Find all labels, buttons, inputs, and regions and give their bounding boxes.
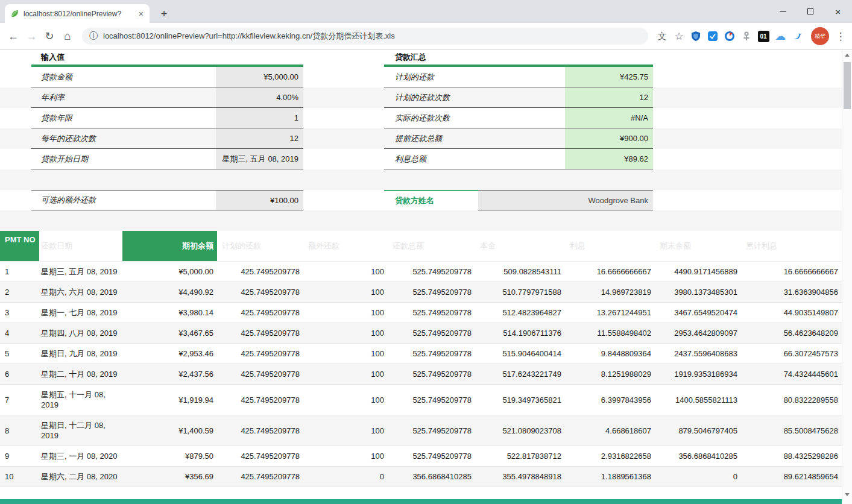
input-table: 贷款金额 ¥5,000.00 年利率 4.00% 贷款年限 1 每年的还款次数 …: [31, 67, 303, 169]
browser-menu-icon[interactable]: ⋮: [834, 30, 847, 43]
column-header-scheduled-payment: 计划的还款: [217, 231, 303, 261]
column-header-ending-balance: 期末余额: [655, 231, 741, 261]
summary-table: 计划的还款 ¥425.75 计划的还款次数 12 实际的还款次数 #N/A 提前…: [384, 67, 653, 169]
forward-icon[interactable]: →: [23, 30, 40, 43]
table-cell: 8: [0, 426, 39, 435]
new-tab-button[interactable]: +: [156, 5, 172, 22]
table-cell: 7: [0, 395, 39, 405]
table-cell: 425.7495209778: [217, 267, 303, 276]
translate-icon[interactable]: 文: [654, 31, 670, 42]
minimize-button[interactable]: [769, 0, 797, 23]
table-cell: 星期六, 六月 08, 2019: [39, 282, 122, 302]
window-controls: ×: [769, 0, 852, 23]
table-row: 2星期六, 六月 08, 2019¥4,490.92425.7495209778…: [0, 282, 842, 303]
column-header-extra-payment: 额外还款: [303, 231, 388, 261]
scroll-down-button[interactable]: [842, 490, 852, 500]
table-cell: 100: [303, 349, 388, 358]
column-header-total-payment: 还款总额: [388, 231, 475, 261]
address-bar[interactable]: ⓘ localhost:8012/onlinePreview?url=http:…: [82, 28, 648, 45]
table-cell: 星期日, 十二月 08, 2019: [39, 415, 122, 446]
table-cell: 879.5046797405: [655, 426, 741, 435]
anchor-extension-icon[interactable]: [739, 30, 754, 42]
table-row: 3星期一, 七月 08, 2019¥3,980.14425.7495209778…: [0, 303, 842, 323]
extra-payment-label: 可选的额外还款: [31, 191, 216, 210]
table-cell: 星期三, 一月 08, 2020: [39, 446, 122, 466]
table-cell: 3980.1373485301: [655, 288, 741, 297]
row-stripe: [0, 169, 842, 190]
input-label: 每年的还款次数: [31, 128, 216, 148]
url-text: localhost:8012/onlinePreview?url=http://…: [103, 31, 395, 42]
table-cell: 425.7495209778: [217, 308, 303, 317]
input-row: 贷款金额 ¥5,000.00: [31, 67, 303, 87]
home-icon[interactable]: ⌂: [59, 30, 76, 43]
table-cell: 356.6868410285: [388, 472, 475, 481]
tab-title: localhost:8012/onlinePreview?: [24, 10, 133, 18]
summary-row: 实际的还款次数 #N/A: [384, 108, 653, 128]
page-info-icon[interactable]: ⓘ: [89, 31, 98, 42]
table-cell: 100: [303, 329, 388, 338]
summary-row: 计划的还款次数 12: [384, 87, 653, 108]
column-header-principal: 本金: [475, 231, 565, 261]
ring-extension-icon[interactable]: [722, 30, 737, 42]
table-cell: 509.0828543111: [475, 267, 565, 276]
table-cell: 515.9046400414: [475, 349, 565, 358]
input-row: 贷款开始日期 星期三, 五月 08, 2019: [31, 149, 303, 169]
input-value: ¥5,000.00: [216, 67, 303, 87]
summary-row: 提前还款总额 ¥900.00: [384, 128, 653, 149]
close-window-button[interactable]: ×: [824, 0, 852, 23]
table-cell: 425.7495209778: [217, 395, 303, 405]
cloud-glyph: ☁: [775, 31, 786, 42]
back-icon[interactable]: ←: [5, 30, 22, 43]
input-value: 4.00%: [216, 87, 303, 107]
summary-label: 实际的还款次数: [384, 108, 565, 128]
summary-label: 提前还款总额: [384, 128, 565, 148]
table-cell: 3467.6549520474: [655, 308, 741, 317]
scrollbar-thumb[interactable]: [844, 62, 851, 109]
table-cell: 4490.9171456889: [655, 267, 741, 276]
table-cell: ¥2,953.46: [122, 349, 217, 358]
table-cell: 525.7495209778: [388, 308, 475, 317]
table-cell: 66.3072457573: [741, 349, 842, 358]
table-cell: 星期一, 七月 08, 2019: [39, 303, 122, 323]
input-value: 1: [216, 108, 303, 128]
table-cell: 9.8448809364: [565, 349, 655, 358]
table-cell: 525.7495209778: [388, 288, 475, 297]
shield-extension-icon[interactable]: [688, 30, 704, 42]
maximize-button[interactable]: [797, 0, 824, 23]
lender-value: Woodgrove Bank: [478, 190, 653, 210]
table-cell: 13.2671244951: [565, 308, 655, 317]
bookmark-star-icon[interactable]: ☆: [671, 30, 687, 43]
bird-extension-icon[interactable]: [789, 30, 805, 42]
check-extension-icon[interactable]: [705, 30, 721, 42]
summary-value: 12: [565, 87, 653, 107]
refresh-icon[interactable]: ↻: [41, 30, 58, 43]
table-cell: 522.817838712: [475, 452, 565, 461]
table-cell: ¥3,980.14: [122, 308, 217, 317]
input-label: 贷款金额: [31, 67, 216, 87]
table-cell: ¥5,000.00: [122, 267, 217, 276]
cloud-extension-icon[interactable]: ☁: [772, 30, 788, 42]
table-cell: 31.6363904856: [741, 288, 842, 297]
table-cell: 6: [0, 370, 39, 379]
summary-value: ¥89.62: [565, 149, 653, 169]
table-cell: 56.4623648209: [741, 329, 842, 338]
table-cell: 100: [303, 395, 388, 405]
amortization-body: 1星期三, 五月 08, 2019¥5,000.00425.7495209778…: [0, 262, 842, 487]
extra-payment-value: ¥100.00: [216, 191, 303, 210]
browser-titlebar: localhost:8012/onlinePreview? × + ×: [0, 0, 852, 23]
table-cell: 11.5588498402: [565, 329, 655, 338]
badge-01-extension-icon[interactable]: 01: [756, 30, 771, 42]
input-value: 12: [216, 128, 303, 148]
table-cell: 2.9316822658: [565, 452, 655, 461]
table-cell: 星期三, 五月 08, 2019: [39, 262, 122, 282]
spreadsheet-preview: 输入值 贷款汇总 贷款金额 ¥5,000.00 年利率 4.00% 贷款年限 1…: [0, 50, 842, 504]
tab-close-icon[interactable]: ×: [137, 10, 145, 18]
table-cell: 514.1906711376: [475, 329, 565, 338]
browser-tab[interactable]: localhost:8012/onlinePreview? ×: [5, 4, 150, 23]
table-cell: 521.0809023708: [475, 426, 565, 435]
profile-avatar[interactable]: 精华: [811, 27, 829, 45]
vertical-scrollbar[interactable]: [842, 50, 852, 504]
scroll-up-button[interactable]: [842, 50, 852, 60]
table-cell: 519.3497365821: [475, 395, 565, 405]
table-cell: 425.7495209778: [217, 472, 303, 481]
